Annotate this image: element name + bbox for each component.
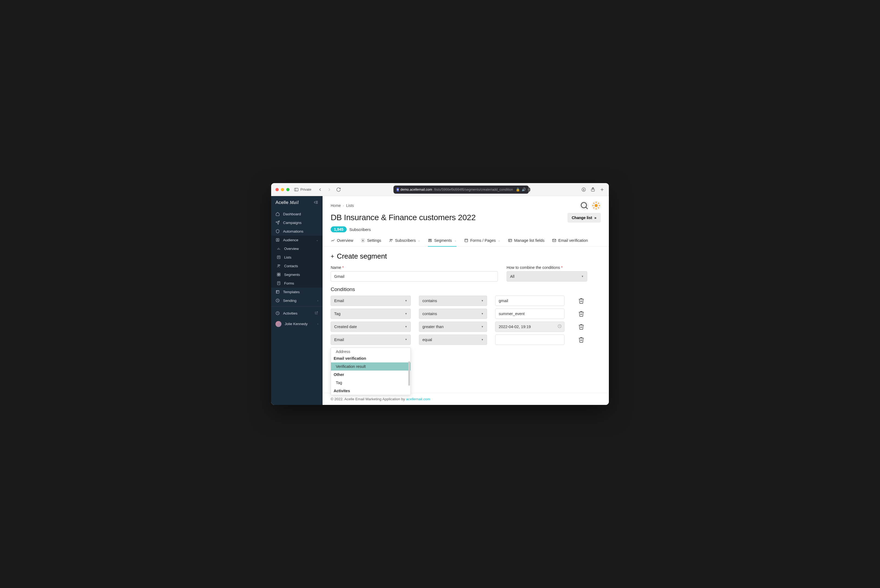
condition-value-input[interactable] <box>495 296 565 306</box>
dropdown-option[interactable]: Address <box>331 348 410 354</box>
close-window-button[interactable] <box>275 188 279 191</box>
svg-line-41 <box>598 207 599 208</box>
sidebar-sub-forms[interactable]: Forms <box>271 279 323 288</box>
tab-segments[interactable]: Segments⌄ <box>428 238 456 246</box>
sidebar-item-campaigns[interactable]: Campaigns <box>271 218 323 227</box>
combine-select[interactable]: All▼ <box>506 271 587 282</box>
chevron-down-icon: ▼ <box>481 299 484 302</box>
tab-manage-fields[interactable]: Manage list fields <box>508 238 544 246</box>
new-tab-button[interactable] <box>600 187 605 192</box>
minimize-window-button[interactable] <box>281 188 284 191</box>
breadcrumb-lists[interactable]: Lists <box>346 203 354 208</box>
tab-overview[interactable]: Overview <box>331 238 353 246</box>
sidebar-sub-overview[interactable]: Overview <box>271 244 323 253</box>
sidebar-item-automations[interactable]: Automations <box>271 227 323 236</box>
sidebar-item-integration[interactable]: Integration› <box>271 305 323 306</box>
browser-window: Private M demo.acellemail.com/lists/5966… <box>271 183 609 405</box>
change-list-button[interactable]: Change list» <box>568 213 601 223</box>
send-icon <box>275 220 280 225</box>
condition-operator-select[interactable]: equal▼ <box>419 334 487 345</box>
chevron-down-icon: ▼ <box>481 312 484 315</box>
subscriber-label: Subscribers <box>349 227 371 232</box>
breadcrumb: Home › Lists <box>331 203 354 208</box>
condition-operator-select[interactable]: contains▼ <box>419 309 487 319</box>
field-dropdown[interactable]: AddressEmail verificationVerification re… <box>331 348 411 395</box>
chevron-down-icon: ▼ <box>481 326 484 328</box>
condition-operator-select[interactable]: contains▼ <box>419 296 487 306</box>
url-more-icon[interactable]: ⋯ <box>528 188 530 192</box>
dropdown-option[interactable]: Tag <box>331 379 410 387</box>
condition-field-select[interactable]: Email▼ <box>331 296 411 306</box>
svg-rect-22 <box>279 273 280 274</box>
tab-forms[interactable]: Forms / Pages⌄ <box>464 238 500 246</box>
condition-value-input[interactable] <box>495 322 565 332</box>
footer-link[interactable]: acellemail.com <box>406 397 430 401</box>
chevron-down-icon: ⌄ <box>454 239 457 242</box>
sidebar-item-templates[interactable]: Templates <box>271 288 323 296</box>
tab-settings[interactable]: Settings <box>361 238 381 246</box>
condition-field-select[interactable]: Created date▼ <box>331 322 411 332</box>
delete-condition-button[interactable] <box>578 336 584 343</box>
delete-condition-button[interactable] <box>578 297 584 304</box>
condition-operator-select[interactable]: greater than▼ <box>419 322 487 332</box>
sidebar-item-dashboard[interactable]: Dashboard <box>271 210 323 218</box>
chevron-icon: ▲ <box>405 338 407 341</box>
search-button[interactable] <box>580 201 589 210</box>
dropdown-option[interactable]: Verification result <box>331 362 410 370</box>
svg-rect-24 <box>279 275 280 276</box>
scrollbar[interactable] <box>408 362 410 386</box>
dropdown-group: Email verification <box>331 354 410 362</box>
svg-point-19 <box>278 264 279 266</box>
subscriber-count: 1,945 <box>331 226 347 232</box>
avatar <box>275 321 281 327</box>
tab-subscribers[interactable]: Subscribers⌄ <box>389 238 420 246</box>
sidebar-sub-lists[interactable]: Lists <box>271 253 323 261</box>
collapse-sidebar-button[interactable] <box>313 200 318 205</box>
tab-email-verification[interactable]: Email verification <box>552 238 588 246</box>
reload-button[interactable] <box>336 187 341 192</box>
traffic-lights <box>275 188 290 191</box>
download-button[interactable] <box>581 187 586 192</box>
svg-rect-0 <box>294 188 298 191</box>
sidebar-user[interactable]: Jolie Kennedy› <box>271 318 323 330</box>
sidebar-sub-segments[interactable]: Segments <box>271 270 323 279</box>
condition-value-input[interactable] <box>495 334 565 345</box>
forward-button[interactable] <box>327 187 332 192</box>
chevron-icon: ▼ <box>405 312 407 315</box>
breadcrumb-home[interactable]: Home <box>331 203 341 208</box>
main: Home › Lists DB Insurance & Finance cust… <box>323 196 609 405</box>
content: + Create segment Name * How to combine t… <box>323 247 609 393</box>
sidebar-toggle[interactable]: Private <box>294 187 311 192</box>
browser-nav <box>318 187 341 192</box>
sidebar-activities[interactable]: Activities <box>271 308 323 318</box>
svg-rect-21 <box>277 273 279 274</box>
url-box[interactable]: M demo.acellemail.com/lists/5966ef9d994f… <box>393 186 529 194</box>
name-label: Name * <box>331 266 498 270</box>
forms-icon <box>464 238 469 243</box>
segments-icon <box>428 238 432 243</box>
sidebar: Acelle Mail Dashboard Campaigns Automati… <box>271 196 323 405</box>
subscriber-row: 1,945 Subscribers <box>323 223 609 232</box>
clock-icon <box>557 324 562 329</box>
condition-field-select[interactable]: Email▲ <box>331 334 411 345</box>
share-button[interactable] <box>590 187 595 192</box>
condition-field-select[interactable]: Tag▼ <box>331 309 411 319</box>
combine-label: How to combine the conditions * <box>506 266 587 270</box>
gear-icon <box>361 238 365 243</box>
back-button[interactable] <box>318 187 323 192</box>
name-input[interactable] <box>331 271 498 282</box>
segments-icon <box>276 272 281 277</box>
delete-condition-button[interactable] <box>578 324 584 330</box>
theme-toggle[interactable] <box>592 201 601 210</box>
combine-field: How to combine the conditions * All▼ <box>506 266 587 282</box>
sidebar-item-audience[interactable]: Audience⌄ <box>271 236 323 244</box>
logo-row: Acelle Mail <box>271 196 323 208</box>
sidebar-sub-contacts[interactable]: Contacts <box>271 261 323 270</box>
condition-value-input[interactable] <box>495 309 565 319</box>
url-path: /lists/5966ef9d994f6/segments/create#add… <box>434 188 513 192</box>
section-title: + Create segment <box>331 252 601 261</box>
svg-point-45 <box>390 239 391 240</box>
delete-condition-button[interactable] <box>578 310 584 317</box>
sidebar-item-sending[interactable]: Sending› <box>271 296 323 305</box>
maximize-window-button[interactable] <box>286 188 290 191</box>
